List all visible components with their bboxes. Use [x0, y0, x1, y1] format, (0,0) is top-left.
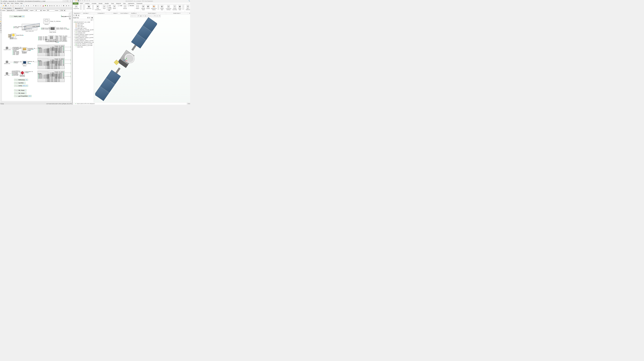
view-repaint-icon[interactable]: ⟳ [138, 15, 140, 17]
userdef-button[interactable] [83, 5, 85, 7]
creo-search-icon[interactable]: 🔍 [188, 0, 190, 2]
qat-close-icon[interactable]: ✕ [88, 0, 90, 2]
tb-misc10-icon[interactable]: ◎ [58, 5, 60, 7]
param-gyrosize[interactable]: ParamGyroSize:1 [14, 82, 26, 84]
ribbon-tab-file[interactable]: File ▾ [73, 3, 78, 5]
tb-misc6-icon[interactable]: ◨ [49, 5, 51, 7]
point-button[interactable]: Point [107, 7, 112, 8]
param-button[interactable] [182, 5, 184, 7]
tb-misc8-icon[interactable]: ▥ [53, 5, 55, 7]
zoom-select[interactable]: 175% [59, 10, 66, 11]
tab-cargo-module[interactable]: 🔒 Cargo_Module_v [0, 7, 14, 9]
menu-tools[interactable]: Tools [11, 3, 14, 4]
horizontal-scrollbar[interactable] [2, 101, 71, 103]
ribbon-tab-apps[interactable]: Applications [127, 3, 136, 5]
section-button[interactable]: ◩Section [146, 5, 150, 9]
tb-help-icon[interactable]: ? [70, 5, 72, 7]
tb-misc2-icon[interactable]: ▦ [35, 5, 37, 7]
sub-model-intent[interactable]: Model Intent ▾ [166, 12, 188, 14]
sub-modifiers[interactable]: Modifiers ▾ [130, 12, 138, 14]
param-pid-d[interactable]: ParamPID_DGain:1 [14, 92, 26, 94]
menu-file[interactable]: File [0, 3, 2, 4]
ribbon-tab-annotate[interactable]: Annotate [90, 3, 98, 5]
palette-x6-icon[interactable]: ◎ [0, 32, 2, 33]
tree-item[interactable]: ✦Insert Here [73, 46, 94, 48]
diagram-canvas[interactable]: ParamDeploy_angle:140 Solar_Panels_3B An… [2, 12, 72, 103]
palette-conn-icon[interactable]: ╱ [0, 16, 2, 17]
minimize-button[interactable]: — [63, 0, 66, 2]
tb-new-icon[interactable]: 📄 [0, 5, 2, 7]
ribbon-tab-tools[interactable]: Tools [110, 3, 115, 5]
tb-save-icon[interactable]: 💾 [5, 5, 7, 7]
param-pid-p[interactable]: ParamPID_PGain:1 [14, 90, 26, 91]
qat-new-icon[interactable]: 📄 [73, 0, 75, 2]
param-inertia[interactable]: ParamInertia:65631.05 [14, 85, 28, 87]
ribbon-tab-analysis[interactable]: Analysis [84, 3, 91, 5]
param-deploy-angle[interactable]: ParamDeploy_angle:140 [10, 16, 24, 17]
ribbon-tab-view[interactable]: View [122, 3, 127, 5]
tree-layers-icon[interactable]: ≣ [75, 15, 77, 17]
tree-item[interactable]: ▸COMPUTERS.PRT [73, 35, 94, 37]
tree-item[interactable]: ASM_DEF_CSYS [73, 28, 94, 29]
tree-settings-icon[interactable]: ⚙ [87, 17, 89, 19]
plane-button[interactable]: ▱Plane [102, 5, 106, 9]
qat-undo-icon[interactable]: ↶ [80, 0, 82, 2]
sub-model-display[interactable]: Model Display ▾ [138, 12, 166, 14]
hole-button[interactable]: Hole [118, 5, 122, 7]
tree-item[interactable]: ▸BASE_MODULE_SHELF_0Z.PRT [73, 37, 94, 39]
csys-button[interactable]: Coord Sys [107, 8, 112, 11]
tb-tree-icon[interactable]: 🌳 [44, 5, 46, 7]
sub-getdata[interactable]: Get Data ▾ [82, 12, 90, 14]
tb-misc7-icon[interactable]: ▤ [51, 5, 53, 7]
tb-open-icon[interactable]: 📂 [2, 5, 4, 7]
tree-search-input[interactable] [73, 19, 90, 21]
tb-stop-icon[interactable]: ■ [68, 5, 70, 7]
vertical-scrollbar[interactable] [71, 12, 72, 103]
tb-cut-icon[interactable]: ✂ [8, 5, 10, 7]
palette-x2-icon[interactable]: ◨ [0, 25, 2, 26]
tree-item[interactable]: ▸SOLAR_PANELS_3_2Z.ASM [73, 45, 94, 46]
palette-arrow-icon[interactable]: ↖ [0, 12, 2, 14]
sub-operations[interactable]: Operations ▾ [72, 12, 82, 14]
tb-misc1-icon[interactable]: ⚙ [32, 5, 35, 7]
param-batterycap[interactable]: ParamBatteryCap:100 [14, 79, 28, 81]
create-button[interactable] [92, 5, 94, 7]
tree-item[interactable]: ASM_RIGHT [73, 23, 94, 25]
repeat-button[interactable] [92, 7, 94, 8]
delete-button[interactable] [80, 8, 82, 10]
view-refit-icon[interactable]: ⤢ [130, 15, 133, 17]
block-shelf2[interactable]: conn6 Mount_1_On_Shelf Mount_2_On_Shelf … [38, 58, 65, 69]
tb-find-icon[interactable]: 🔍 [22, 5, 24, 7]
tree-nav-icon[interactable]: ⌂ [73, 15, 75, 17]
creo-3d-canvas[interactable]: ⤢ + − ⟳ ◐ ▾ ◫ ▱ │ • ✛ A ⟲ [94, 15, 190, 102]
tb-undo-icon[interactable]: ↶ [15, 5, 17, 7]
shade-button[interactable] [158, 7, 159, 8]
view-datum-axis-icon[interactable]: │ [149, 15, 151, 17]
sub-datum[interactable]: Datum ▾ [112, 12, 119, 14]
ribbon-tab-render[interactable]: Render [98, 3, 104, 5]
block-shelf3[interactable]: conn6 Mount_1_On_Shelf Mount_2_On_Shelf … [38, 71, 65, 82]
tree-item[interactable]: ▸ANTENNA.PRT [73, 32, 94, 34]
selection-filter[interactable]: Smart ▾ [187, 103, 190, 105]
tree-item[interactable]: ▸CARGO_MODULE.PRT [73, 31, 94, 32]
bom-button[interactable]: ☰Bill of Materials [186, 5, 190, 11]
close-button[interactable]: ✕ [69, 0, 72, 2]
palette-x4-icon[interactable]: ▥ [0, 28, 2, 30]
tb-misc9-icon[interactable]: ◉ [56, 5, 58, 7]
qat-open-icon[interactable]: 📂 [75, 0, 77, 2]
sketch-button[interactable]: ✎Sketch [112, 5, 116, 9]
menu-window[interactable]: Window [15, 3, 19, 4]
palette-zoom-icon[interactable]: 🔍 [0, 19, 2, 21]
ribbon-tab-model[interactable]: Model [78, 3, 84, 5]
exp-button[interactable] [158, 8, 159, 10]
menu-view[interactable]: View [7, 3, 10, 4]
tree-item[interactable]: ▸BASE_MODULE_FRAME_4Z.PRT [73, 29, 94, 31]
palette-x3-icon[interactable]: ▤ [0, 26, 2, 28]
view-zoomout-icon[interactable]: − [135, 15, 137, 17]
copy-button[interactable] [80, 5, 82, 7]
palette-x1-icon[interactable]: ◧ [0, 23, 2, 24]
shrink-button[interactable] [83, 8, 85, 10]
qat-windows-icon[interactable]: ▾ [86, 0, 88, 2]
tree-filter-toggle-icon[interactable]: ⚖ [91, 19, 92, 21]
drag-components-button[interactable]: ✥Drag Components [94, 5, 101, 11]
